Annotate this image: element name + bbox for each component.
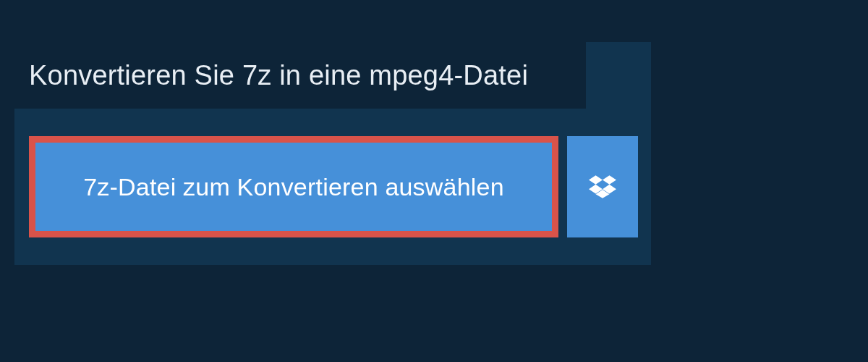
page-title: Konvertieren Sie 7z in eine mpeg4-Datei [29,60,528,91]
title-bar: Konvertieren Sie 7z in eine mpeg4-Datei [14,42,586,109]
select-file-button[interactable]: 7z-Datei zum Konvertieren auswählen [29,136,558,237]
dropbox-icon [589,173,616,201]
upload-button-row: 7z-Datei zum Konvertieren auswählen [29,136,638,237]
converter-panel: Konvertieren Sie 7z in eine mpeg4-Datei … [14,42,651,265]
dropbox-button[interactable] [567,136,638,237]
select-file-button-label: 7z-Datei zum Konvertieren auswählen [83,173,504,201]
